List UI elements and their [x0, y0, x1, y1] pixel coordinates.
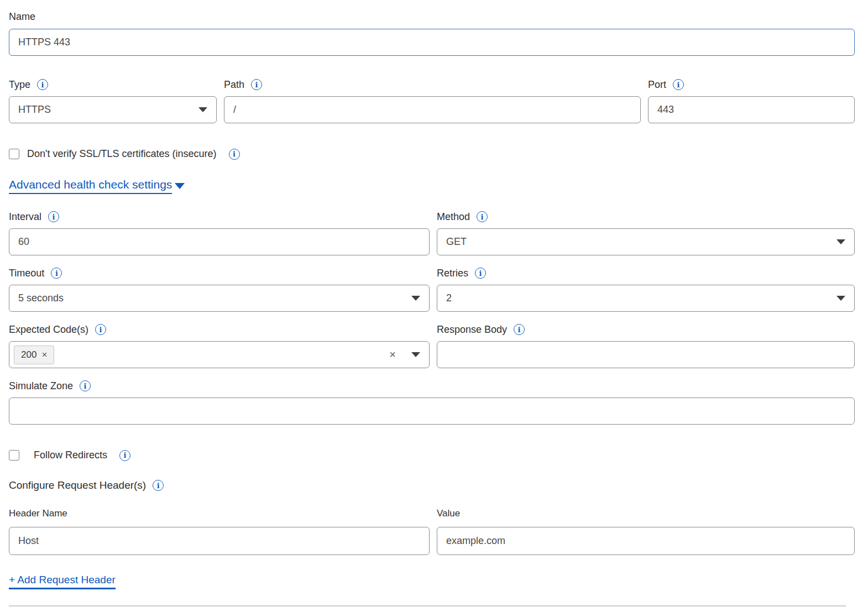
path-info-icon[interactable]: i [251, 79, 262, 90]
header-value-input[interactable] [437, 527, 855, 555]
follow-redirects-label: Follow Redirects [34, 449, 107, 461]
expected-codes-label: Expected Code(s) [9, 323, 88, 336]
clear-all-icon[interactable]: × [389, 348, 396, 361]
timeout-select[interactable]: 5 seconds [9, 285, 430, 312]
header-name-input[interactable] [9, 527, 430, 555]
interval-method-row: Interval i Method i GET [9, 210, 855, 255]
response-body-field-group: Response Body i [437, 323, 855, 368]
expected-codes-multiselect[interactable]: 200 × × [9, 341, 430, 368]
simulate-zone-info-icon[interactable]: i [80, 380, 91, 391]
header-value-field-group: Value [437, 507, 855, 555]
follow-redirects-checkbox-row: Follow Redirects i [9, 449, 855, 461]
codes-body-row: Expected Code(s) i 200 × × Response Body… [9, 323, 855, 368]
expected-code-tag-value: 200 [21, 349, 36, 360]
name-label: Name [9, 10, 35, 23]
retries-label: Retries [437, 266, 468, 280]
ssl-verify-info-icon[interactable]: i [229, 149, 240, 160]
follow-redirects-checkbox[interactable] [9, 450, 19, 461]
path-input[interactable] [224, 96, 641, 123]
timeout-info-icon[interactable]: i [51, 268, 62, 279]
port-info-icon[interactable]: i [673, 79, 684, 90]
simulate-zone-label: Simulate Zone [9, 379, 73, 393]
ssl-verify-checkbox-row: Don't verify SSL/TLS certificates (insec… [9, 148, 855, 160]
interval-field-group: Interval i [9, 210, 430, 255]
remove-tag-icon[interactable]: × [41, 349, 47, 360]
port-input[interactable] [648, 96, 855, 123]
chevron-down-icon [198, 107, 207, 112]
ssl-verify-checkbox[interactable] [9, 149, 19, 159]
interval-input[interactable] [9, 228, 430, 255]
type-select[interactable]: HTTPS [9, 96, 217, 123]
path-label: Path [224, 78, 244, 91]
name-field-group: Name [9, 10, 855, 56]
type-field-group: Type i HTTPS [9, 78, 217, 123]
expected-codes-field-group: Expected Code(s) i 200 × × [9, 323, 430, 368]
port-label: Port [648, 78, 666, 91]
add-request-header-link[interactable]: + Add Request Header [9, 574, 116, 589]
timeout-field-group: Timeout i 5 seconds [9, 266, 430, 312]
method-select[interactable]: GET [437, 228, 855, 255]
header-value-label: Value [437, 507, 460, 520]
retries-info-icon[interactable]: i [475, 268, 486, 279]
method-info-icon[interactable]: i [477, 211, 488, 222]
simulate-zone-field-group: Simulate Zone i [9, 379, 855, 425]
timeout-select-value: 5 seconds [18, 292, 406, 304]
section-divider [9, 605, 846, 606]
expected-code-tag: 200 × [14, 346, 54, 364]
expected-codes-info-icon[interactable]: i [95, 324, 106, 335]
chevron-down-icon [411, 296, 420, 301]
chevron-down-icon [836, 296, 845, 301]
type-label: Type [9, 78, 30, 91]
request-headers-section: Configure Request Header(s) i [9, 479, 855, 492]
simulate-zone-input[interactable] [9, 397, 855, 425]
port-field-group: Port i [648, 78, 855, 123]
response-body-input[interactable] [437, 341, 855, 368]
retries-select[interactable]: 2 [437, 285, 855, 312]
advanced-settings-link[interactable]: Advanced health check settings [9, 178, 185, 194]
advanced-settings-link-text: Advanced health check settings [9, 178, 172, 194]
request-headers-section-label: Configure Request Header(s) [9, 479, 146, 492]
type-info-icon[interactable]: i [37, 79, 48, 90]
header-name-label: Header Name [9, 507, 67, 520]
interval-info-icon[interactable]: i [48, 211, 59, 222]
retries-field-group: Retries i 2 [437, 266, 855, 312]
health-check-form: Name Type i HTTPS Path i Port i [0, 0, 868, 606]
name-input[interactable] [9, 29, 855, 56]
response-body-label: Response Body [437, 323, 507, 336]
ssl-verify-label: Don't verify SSL/TLS certificates (insec… [27, 148, 217, 160]
interval-label: Interval [9, 210, 41, 223]
retries-select-value: 2 [446, 292, 831, 304]
method-label: Method [437, 210, 470, 223]
chevron-down-icon [836, 239, 845, 244]
header-name-field-group: Header Name [9, 507, 430, 555]
response-body-info-icon[interactable]: i [514, 324, 525, 335]
path-field-group: Path i [224, 78, 641, 123]
type-path-port-row: Type i HTTPS Path i Port i [9, 78, 855, 123]
type-select-value: HTTPS [18, 104, 193, 116]
follow-redirects-info-icon[interactable]: i [119, 450, 130, 461]
chevron-down-icon[interactable] [411, 352, 420, 357]
triangle-down-icon [175, 183, 185, 189]
method-field-group: Method i GET [437, 210, 855, 255]
request-headers-info-icon[interactable]: i [153, 480, 164, 491]
header-row: Header Name Value [9, 507, 855, 555]
timeout-retries-row: Timeout i 5 seconds Retries i 2 [9, 266, 855, 312]
timeout-label: Timeout [9, 266, 44, 280]
method-select-value: GET [446, 236, 831, 248]
